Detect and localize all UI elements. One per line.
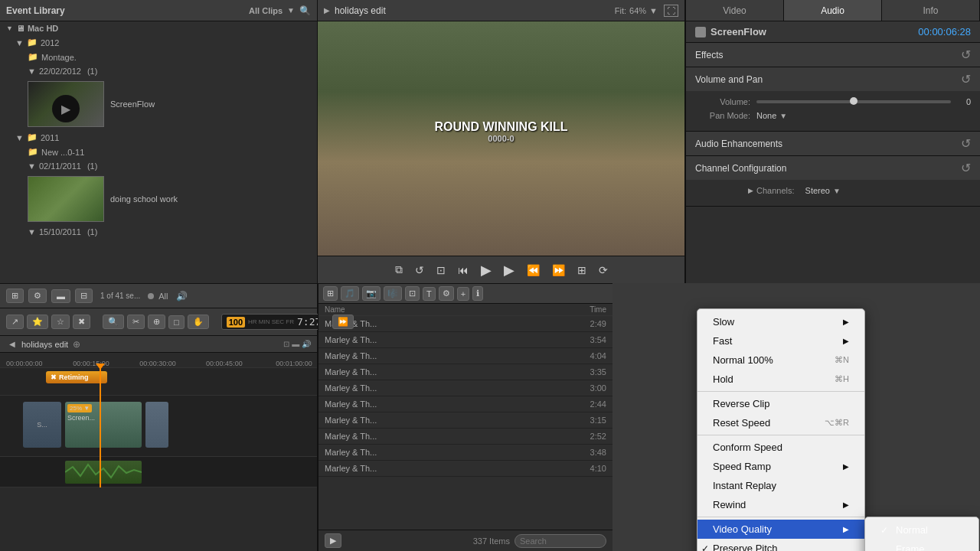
menu-conform[interactable]: Conform Speed (697, 438, 864, 457)
menu-preserve-pitch[interactable]: ✓ Preserve Pitch (697, 539, 864, 551)
new-group[interactable]: 📁 New ...0-11 (0, 145, 317, 159)
list-item[interactable]: Marley & Th...3:54 (318, 332, 612, 348)
clip-screen[interactable]: 25% ▼ Screen... (65, 402, 142, 448)
effects-reset-icon[interactable]: ↺ (961, 47, 971, 62)
list-item[interactable]: Marley & Th...4:10 (318, 461, 612, 477)
audio-enhancements-reset-icon[interactable]: ↺ (961, 136, 971, 151)
prev-timeline-btn[interactable]: ◀ (6, 340, 18, 348)
submenu-frame-blending[interactable]: ✓ Frame Blending (865, 540, 978, 551)
menu-instant-replay[interactable]: Instant Replay (697, 476, 864, 495)
list-item[interactable]: Marley & Th...3:00 (318, 380, 612, 396)
date-group-3[interactable]: ▼ 15/10/2011 (1) (0, 225, 317, 239)
browser-btn-4[interactable]: 🎼 (384, 286, 402, 301)
clip-extra[interactable] (145, 402, 168, 448)
date-group-2[interactable]: ▼ 02/11/2011 (1) (0, 159, 317, 173)
menu-hold[interactable]: Hold ⌘H (697, 370, 864, 389)
skip-forward-btn[interactable]: ⏩ (549, 262, 568, 278)
clip-school[interactable]: doing school work (0, 173, 317, 225)
effects-section-header[interactable]: Effects ↺ (686, 43, 980, 67)
mac-hd-group[interactable]: ▼ 🖥 Mac HD (0, 21, 317, 35)
date-group-1[interactable]: ▼ 22/02/2012 (1) (0, 64, 317, 78)
retiming-clip[interactable]: ✖ Retiming (46, 371, 107, 383)
fullscreen-icon[interactable]: ⛶ (664, 5, 678, 17)
hand-btn[interactable]: ✋ (188, 315, 209, 329)
channel-config-reset-icon[interactable]: ↺ (961, 161, 971, 175)
browser-btn-9[interactable]: ℹ (472, 286, 483, 301)
fit-dropdown-icon[interactable]: ▼ (649, 6, 658, 15)
clip-tool-btn[interactable]: □ (168, 315, 185, 329)
loop-btn[interactable]: ↺ (412, 262, 427, 278)
montage-group[interactable]: 📁 Montage. (0, 50, 317, 64)
menu-fast[interactable]: Fast ▶ (697, 331, 864, 350)
clips-dropdown-icon[interactable]: ▼ (287, 6, 295, 15)
channels-dropdown-icon[interactable]: ▼ (833, 187, 841, 195)
list-item[interactable]: Marley & Th...2:49 (318, 316, 612, 332)
star-btn[interactable]: ⭐ (27, 315, 48, 329)
play-music-btn[interactable]: ▶ (325, 533, 341, 548)
tab-info[interactable]: Info (882, 0, 980, 21)
speaker-icon[interactable]: 🔊 (176, 291, 188, 302)
year-2012-group[interactable]: ▼ 📁 2012 (0, 35, 317, 50)
browser-btn-3[interactable]: 📷 (362, 286, 381, 301)
reject-btn[interactable]: ✖ (73, 315, 90, 329)
skip-back-btn[interactable]: ⏪ (524, 262, 543, 278)
browser-btn-2[interactable]: 🎵 (341, 286, 359, 301)
menu-reverse[interactable]: Reverse Clip (697, 394, 864, 413)
settings-btn[interactable]: ⚙ (28, 289, 47, 303)
browser-btn-1[interactable]: ⊞ (323, 286, 338, 301)
submenu-normal[interactable]: ✓ Normal (865, 520, 978, 540)
clip-screenflow[interactable]: ▶ ScreenFlow (0, 78, 317, 130)
tab-video[interactable]: Video (686, 0, 784, 21)
browser-btn-8[interactable]: + (457, 287, 469, 301)
list-item[interactable]: Marley & Th...2:44 (318, 396, 612, 412)
zoom-btn[interactable]: ⊞ (574, 262, 590, 278)
channels-control: Stereo ▼ (805, 186, 971, 195)
magnifier-btn[interactable]: 🔍 (103, 315, 124, 329)
connect-btn[interactable]: ⊕ (148, 315, 165, 329)
music-search-input[interactable] (514, 534, 606, 548)
arrow-tool-btn[interactable]: ↗ (6, 315, 24, 329)
search-icon[interactable]: 🔍 (299, 5, 311, 16)
menu-video-quality[interactable]: Video Quality ▶ ✓ Normal ✓ Frame Blendin… (697, 520, 864, 539)
volume-pan-header[interactable]: Volume and Pan ↺ (686, 67, 980, 91)
cycle-btn[interactable]: ⟳ (596, 262, 611, 278)
inspector-timecode: 00:00:06:28 (918, 26, 971, 37)
view-btn[interactable]: ▬ (51, 289, 70, 303)
list-item[interactable]: Marley & Th...4:04 (318, 348, 612, 364)
list-item[interactable]: Marley & Th...3:35 (318, 364, 612, 380)
list-item[interactable]: Marley & Th...3:48 (318, 445, 612, 461)
volume-slider-thumb[interactable] (850, 97, 858, 105)
tab-audio[interactable]: Audio (784, 0, 882, 21)
prev-frame-btn[interactable]: ⏮ (455, 262, 472, 278)
volume-slider-track[interactable] (756, 100, 951, 103)
pan-dropdown-icon[interactable]: ▼ (779, 112, 787, 120)
channel-config-content: ▶ Channels: Stereo ▼ (686, 180, 980, 206)
menu-speed-ramp[interactable]: Speed Ramp ▶ (697, 457, 864, 476)
trim-btn[interactable]: ⧉ (392, 262, 406, 278)
volume-pan-reset-icon[interactable]: ↺ (961, 72, 971, 86)
menu-rewind[interactable]: Rewind ▶ (697, 495, 864, 514)
cut-btn[interactable]: ✂ (127, 315, 145, 329)
clip-btn[interactable]: ⊡ (433, 262, 449, 278)
list-item[interactable]: Marley & Th...2:52 (318, 429, 612, 445)
menu-normal100[interactable]: Normal 100% ⌘N (697, 350, 864, 370)
browser-btn-6[interactable]: T (423, 287, 436, 301)
audio-btn[interactable]: ⊟ (75, 289, 93, 303)
music-count: 337 Items (346, 536, 510, 546)
browser-btn-7[interactable]: ⚙ (439, 286, 454, 301)
channel-config-header[interactable]: Channel Configuration ↺ (686, 156, 980, 180)
clip-s[interactable]: S... (23, 402, 61, 448)
star-outline-btn[interactable]: ☆ (51, 315, 70, 329)
music-time-col: Time (576, 305, 606, 314)
play-pause-btn[interactable]: ▶ (478, 260, 495, 280)
menu-reset-speed[interactable]: Reset Speed ⌥⌘R (697, 413, 864, 432)
channels-expand-icon[interactable]: ▶ (695, 187, 756, 194)
retime-tool-btn[interactable]: ⏩ (332, 315, 354, 329)
list-item[interactable]: Marley & Th...3:15 (318, 412, 612, 429)
year-2011-group[interactable]: ▼ 📁 2011 (0, 130, 317, 145)
menu-slow[interactable]: Slow ▶ (697, 312, 864, 331)
audio-enhancements-header[interactable]: Audio Enhancements ↺ (686, 132, 980, 155)
play-full-btn[interactable]: ▶ (501, 260, 518, 280)
browser-btn-5[interactable]: ⊡ (405, 286, 420, 301)
snap-btn[interactable]: ⊞ (6, 289, 24, 303)
